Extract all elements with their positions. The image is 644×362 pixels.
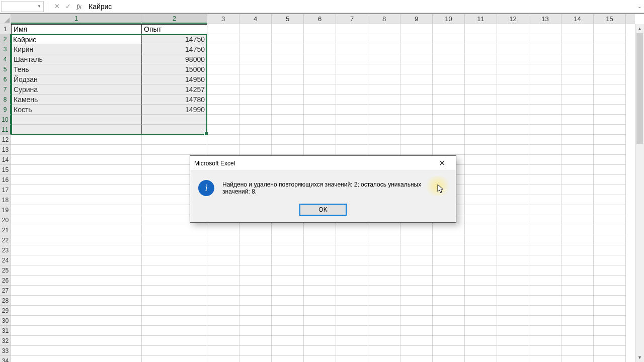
cell[interactable] <box>529 326 561 336</box>
cell[interactable] <box>239 356 272 362</box>
cell[interactable] <box>239 255 272 265</box>
cell[interactable] <box>239 225 272 235</box>
cell[interactable]: Тень <box>11 64 142 74</box>
cell[interactable] <box>465 175 497 185</box>
cell[interactable] <box>239 245 272 255</box>
cell[interactable] <box>465 215 497 225</box>
cell[interactable] <box>336 105 368 115</box>
cell[interactable] <box>561 195 594 205</box>
cell[interactable] <box>594 296 626 306</box>
cell[interactable] <box>529 95 561 105</box>
cell[interactable] <box>561 135 594 145</box>
cell[interactable] <box>11 296 142 306</box>
cell[interactable] <box>400 316 433 326</box>
cell[interactable] <box>400 336 433 346</box>
cell[interactable] <box>400 255 433 265</box>
cell[interactable] <box>142 115 207 125</box>
cell[interactable] <box>11 235 142 245</box>
cell[interactable] <box>529 175 561 185</box>
cell[interactable] <box>11 286 142 296</box>
cell[interactable] <box>594 165 626 175</box>
cell[interactable] <box>272 296 304 306</box>
cell[interactable] <box>529 165 561 175</box>
cell[interactable] <box>529 185 561 195</box>
cell[interactable] <box>11 165 142 175</box>
cell[interactable] <box>142 235 207 245</box>
row-header[interactable]: 29 <box>0 306 11 316</box>
cell[interactable] <box>304 34 336 44</box>
cell[interactable] <box>400 286 433 296</box>
cell[interactable] <box>368 245 400 255</box>
row-header[interactable]: 9 <box>0 105 11 115</box>
cell[interactable] <box>11 205 142 215</box>
cell[interactable] <box>11 155 142 165</box>
cell[interactable] <box>465 265 497 276</box>
cell[interactable] <box>368 145 400 155</box>
column-header[interactable]: 5 <box>272 14 304 24</box>
cell[interactable] <box>304 316 336 326</box>
cell[interactable] <box>304 24 336 34</box>
cell[interactable] <box>368 316 400 326</box>
cell[interactable] <box>497 195 529 205</box>
cell[interactable] <box>561 64 594 74</box>
cell[interactable] <box>142 145 207 155</box>
cell[interactable] <box>561 276 594 286</box>
cell[interactable] <box>594 185 626 195</box>
cell[interactable] <box>561 54 594 64</box>
cell[interactable]: Опыт <box>142 24 207 34</box>
cell[interactable] <box>561 286 594 296</box>
select-all-corner[interactable] <box>0 14 11 24</box>
cell[interactable] <box>529 74 561 84</box>
cell[interactable] <box>142 296 207 306</box>
cell[interactable] <box>465 84 497 95</box>
cell[interactable] <box>465 95 497 105</box>
cell[interactable] <box>304 225 336 235</box>
cell[interactable] <box>529 306 561 316</box>
cell[interactable] <box>465 54 497 64</box>
row-header[interactable]: 30 <box>0 316 11 326</box>
cell[interactable] <box>561 185 594 195</box>
cell[interactable] <box>497 135 529 145</box>
cell[interactable] <box>272 326 304 336</box>
row-header[interactable]: 12 <box>0 135 11 145</box>
cell[interactable] <box>400 54 433 64</box>
cell[interactable] <box>11 145 142 155</box>
cell[interactable] <box>400 296 433 306</box>
cell[interactable] <box>497 346 529 356</box>
cell[interactable] <box>207 225 239 235</box>
cell[interactable] <box>336 84 368 95</box>
cell[interactable] <box>368 225 400 235</box>
cell[interactable] <box>239 296 272 306</box>
cell[interactable]: 14750 <box>142 34 207 44</box>
cell[interactable] <box>465 316 497 326</box>
cell[interactable] <box>561 155 594 165</box>
cell[interactable] <box>11 326 142 336</box>
cell[interactable] <box>368 125 400 135</box>
cell[interactable] <box>594 135 626 145</box>
cell[interactable] <box>465 165 497 175</box>
cell[interactable] <box>529 34 561 44</box>
row-header[interactable]: 2 <box>0 34 11 44</box>
cell[interactable] <box>239 34 272 44</box>
cell[interactable] <box>142 356 207 362</box>
row-header[interactable]: 4 <box>0 54 11 64</box>
cell[interactable] <box>304 245 336 255</box>
row-header[interactable]: 20 <box>0 215 11 225</box>
cell[interactable] <box>594 105 626 115</box>
cell[interactable] <box>433 44 465 54</box>
cell[interactable] <box>336 115 368 125</box>
cell[interactable] <box>368 44 400 54</box>
cell[interactable] <box>207 64 239 74</box>
column-header[interactable]: 11 <box>465 14 497 24</box>
cell[interactable] <box>594 286 626 296</box>
cell[interactable] <box>465 125 497 135</box>
row-header[interactable]: 8 <box>0 95 11 105</box>
cell[interactable] <box>561 336 594 346</box>
cell[interactable] <box>561 316 594 326</box>
enter-formula-button[interactable]: ✓ <box>62 1 73 12</box>
cell[interactable] <box>529 125 561 135</box>
cell[interactable] <box>433 286 465 296</box>
cell[interactable] <box>272 64 304 74</box>
cell[interactable] <box>400 95 433 105</box>
cell[interactable] <box>336 306 368 316</box>
